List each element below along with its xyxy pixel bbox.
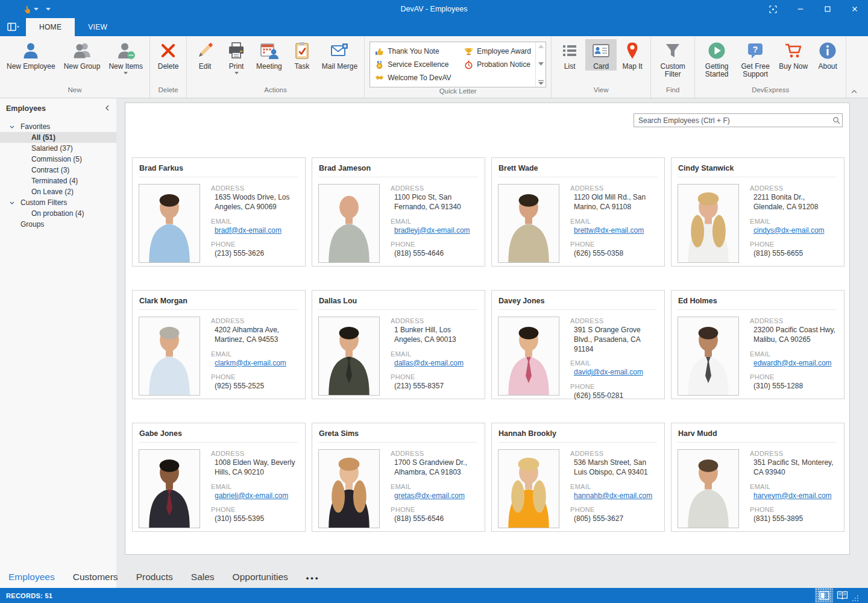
sidebar-item-all-51[interactable]: All (51) <box>0 132 116 143</box>
customize-qat-button[interactable] <box>43 7 53 12</box>
button-label: Delete <box>158 63 179 71</box>
status-reading-view-button[interactable] <box>833 588 851 603</box>
gallery-item-probation-notice[interactable]: Probation Notice <box>464 58 535 71</box>
touch-pointer-button[interactable] <box>20 4 41 15</box>
email-link[interactable]: edwardh@dx-email.com <box>753 359 832 367</box>
gallery-item-thank-you-note[interactable]: Thank You Note <box>375 45 464 58</box>
card-button[interactable]: Card <box>585 39 617 71</box>
gallery-scroll-up-icon[interactable] <box>538 45 544 48</box>
employee-card-gabe-jones[interactable]: Gabe JonesADDRESS1008 Elden Way, Beverly… <box>132 423 306 532</box>
new-employee-icon <box>21 41 40 60</box>
buy-now-button[interactable]: Buy Now <box>775 39 812 71</box>
employee-card-clark-morgan[interactable]: Clark MorganADDRESS4202 Alhambra Ave, Ma… <box>132 290 306 399</box>
phone-label: PHONE <box>211 241 298 248</box>
employee-card-ed-holmes[interactable]: Ed HolmesADDRESS23200 Pacific Coast Hwy,… <box>671 290 844 399</box>
gallery-scroll-down-icon[interactable] <box>538 62 544 66</box>
print-button[interactable]: Print <box>221 39 252 75</box>
email-link[interactable]: cindys@dx-email.com <box>753 226 825 235</box>
resize-grip[interactable] <box>851 588 860 603</box>
close-button[interactable] <box>841 0 868 18</box>
email-link[interactable]: hannahb@dx-email.com <box>574 491 652 500</box>
email-link[interactable]: bradf@dx-email.com <box>215 226 281 235</box>
employee-card-brett-wade[interactable]: Brett WadeADDRESS1120 Old Mill Rd., San … <box>491 157 665 267</box>
ribbon-group-devexpress: Getting Started?Get Free SupportBuy NowA… <box>695 36 846 98</box>
about-button[interactable]: About <box>812 39 843 71</box>
info-icon <box>818 41 837 60</box>
email-link[interactable]: davidj@dx-email.com <box>574 368 643 376</box>
task-button[interactable]: Task <box>286 39 318 71</box>
gallery-expand-icon[interactable] <box>538 80 544 85</box>
sidebar-item-on-leave-2[interactable]: On Leave (2) <box>0 186 116 197</box>
employee-portrait <box>319 317 379 395</box>
sidebar-collapse-button[interactable] <box>105 104 109 113</box>
sidebar-item-label: Contract (3) <box>31 166 69 174</box>
employee-card-davey-jones[interactable]: Davey JonesADDRESS391 S Orange Grove Blv… <box>491 290 665 399</box>
employee-card-harv-mudd[interactable]: Harv MuddADDRESS351 Pacific St, Monterey… <box>671 423 844 532</box>
employee-name: Brad Jameson <box>318 163 477 177</box>
email-link[interactable]: brettw@dx-email.com <box>574 226 644 235</box>
email-link[interactable]: gabrielj@dx-email.com <box>215 491 288 500</box>
meeting-button[interactable]: Meeting <box>252 39 286 71</box>
sidebar-item-on-probation-4[interactable]: On probation (4) <box>0 208 116 219</box>
module-tab-sales[interactable]: Sales <box>191 572 215 582</box>
address-label: ADDRESS <box>391 185 477 192</box>
getting-started-button[interactable]: Getting Started <box>697 39 736 78</box>
new-items-button[interactable]: New Items <box>104 39 147 75</box>
list-button[interactable]: List <box>554 39 585 71</box>
touch-target-button[interactable] <box>760 0 787 18</box>
statusbar-view-buttons <box>815 588 860 603</box>
employee-card-brad-jameson[interactable]: Brad JamesonADDRESS1100 Pico St, San Fer… <box>312 157 485 267</box>
employee-card-dallas-lou[interactable]: Dallas LouADDRESS1 Bunker Hill, Los Ange… <box>312 290 485 399</box>
module-tab-employees[interactable]: Employees <box>8 572 55 582</box>
ribbon-tab-home[interactable]: HOME <box>26 18 75 36</box>
maximize-icon <box>823 5 832 13</box>
get-free-support-button[interactable]: ?Get Free Support <box>736 39 775 78</box>
maximize-button[interactable] <box>814 0 841 18</box>
email-link[interactable]: gretas@dx-email.com <box>394 491 465 500</box>
employee-photo <box>498 317 559 396</box>
employee-photo <box>318 317 380 396</box>
map-it-button[interactable]: Map It <box>617 39 648 71</box>
employee-card-greta-sims[interactable]: Greta SimsADDRESS1700 S Grandview Dr., A… <box>312 423 485 532</box>
address-value: 23200 Pacific Coast Hwy, Malibu, CA 9026… <box>750 326 837 345</box>
module-tab-opportunities[interactable]: Opportunities <box>233 572 288 582</box>
statusbar: RECORDS: 51 <box>0 588 868 603</box>
employee-card-cindy-stanwick[interactable]: Cindy StanwickADDRESS2211 Bonita Dr., Gl… <box>671 157 844 267</box>
gallery-item-welcome-to-devav[interactable]: Welcome To DevAV <box>375 71 464 84</box>
sidebar-item-terminated-4[interactable]: Terminated (4) <box>0 175 116 186</box>
sidebar: Employees FavoritesAll (51)Salaried (37)… <box>0 98 116 588</box>
new-employee-button[interactable]: New Employee <box>2 39 60 71</box>
sidebar-item-commission-5[interactable]: Commission (5) <box>0 154 116 165</box>
module-tab-customers[interactable]: Customers <box>73 572 118 582</box>
employee-name: Cindy Stanwick <box>678 163 837 177</box>
custom-filter-button[interactable]: Custom Filter <box>653 39 692 78</box>
email-link[interactable]: dallas@dx-email.com <box>394 359 464 367</box>
ribbon-tab-view[interactable]: VIEW <box>75 18 121 36</box>
status-card-view-button[interactable] <box>815 588 833 603</box>
module-tabs-overflow-button[interactable]: ••• <box>306 572 320 582</box>
new-group-button[interactable]: New Group <box>60 39 105 71</box>
delete-button[interactable]: Delete <box>153 39 184 71</box>
sidebar-item-favorites[interactable]: Favorites <box>0 121 116 132</box>
employee-card-hannah-brookly[interactable]: Hannah BrooklyADDRESS536 Marsh Street, S… <box>491 423 665 532</box>
email-link[interactable]: bradleyj@dx-email.com <box>394 226 470 235</box>
minimize-button[interactable] <box>787 0 814 18</box>
sidebar-item-salaried-37[interactable]: Salaried (37) <box>0 143 116 154</box>
search-button[interactable] <box>830 116 842 124</box>
module-tab-products[interactable]: Products <box>136 572 173 582</box>
mail-merge-button[interactable]: Mail Merge <box>318 39 362 71</box>
search-input[interactable] <box>634 116 830 125</box>
app-menu-button[interactable] <box>0 18 26 36</box>
email-link[interactable]: clarkm@dx-email.com <box>215 359 286 367</box>
collapse-ribbon-button[interactable] <box>848 87 861 96</box>
employee-card-brad-farkus[interactable]: Brad FarkusADDRESS1635 Woods Drive, Los … <box>132 157 306 267</box>
phone-value: (818) 555-6655 <box>750 249 837 259</box>
edit-button[interactable]: Edit <box>189 39 221 71</box>
sidebar-item-groups[interactable]: Groups <box>0 219 116 230</box>
sidebar-item-contract-3[interactable]: Contract (3) <box>0 165 116 175</box>
address-value: 1700 S Grandview Dr., Alhambra, CA 91803 <box>391 458 477 478</box>
email-link[interactable]: harveym@dx-email.com <box>753 491 832 500</box>
gallery-item-service-excellence[interactable]: Service Excellence <box>375 58 464 71</box>
sidebar-item-custom-filters[interactable]: Custom Filters <box>0 197 116 208</box>
gallery-item-employee-award[interactable]: Employee Award <box>464 45 535 58</box>
